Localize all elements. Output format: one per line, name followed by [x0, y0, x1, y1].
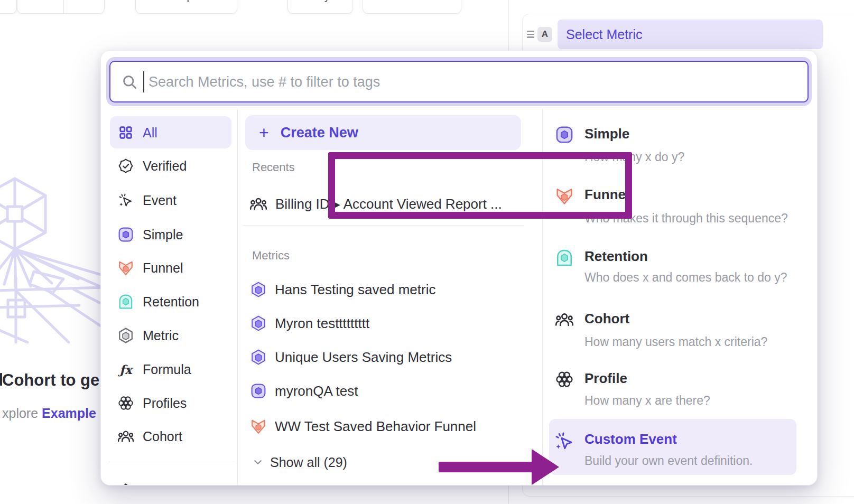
- sidebar-item-retention[interactable]: Retention: [118, 288, 231, 315]
- empty-state-explore-line: xplore Example: [2, 406, 96, 421]
- range-12m-label: 12M: [27, 0, 48, 3]
- cohort-people-icon: [250, 197, 267, 211]
- metrics-section-label: Metrics: [252, 249, 290, 263]
- clipped-label-fragment: [143, 485, 152, 486]
- type-cohort-title[interactable]: Cohort: [584, 311, 629, 327]
- type-retention-description: Who does x and comes back to do y?: [584, 270, 787, 285]
- sidebar-item-event[interactable]: Event: [118, 187, 231, 213]
- sidebar-item-label: Funnel: [143, 260, 183, 276]
- sidebar-item-label: All: [143, 125, 157, 141]
- interval-day-label: Day: [311, 0, 330, 3]
- chevron-down-icon: [253, 458, 263, 467]
- compare-button[interactable]: Compare: [135, 0, 237, 14]
- verified-seal-icon: [118, 158, 134, 173]
- range-ytd-label: YTD: [69, 0, 90, 3]
- empty-state-wireframe-illustration: [0, 174, 106, 343]
- sidebar-item-formula[interactable]: ƒx Formula: [118, 356, 231, 382]
- plus-icon: +: [259, 124, 269, 141]
- sidebar-item-label: Retention: [143, 294, 199, 310]
- sidebar-item-label: Event: [143, 193, 177, 208]
- type-cohort-description: How many users match x criteria?: [584, 335, 767, 349]
- compare-label: Compare: [164, 0, 208, 3]
- show-all-toggle[interactable]: Show all (29): [253, 449, 347, 475]
- metric-picker-modal: All Verified Event: [100, 50, 818, 486]
- formula-fx-icon: ƒx: [118, 362, 134, 377]
- chart-type-line-button[interactable]: Line: [363, 0, 461, 14]
- type-funnel-title[interactable]: Funnel: [584, 186, 629, 203]
- show-all-label: Show all (29): [270, 455, 347, 470]
- simple-metric-icon: [118, 227, 134, 242]
- funnel-icon: [251, 418, 266, 434]
- example-link[interactable]: Example: [42, 406, 96, 421]
- type-profile-description: How many x are there?: [584, 394, 710, 408]
- series-a-badge: A: [537, 27, 552, 42]
- tag-icon: [118, 483, 134, 486]
- sidebar-item-simple[interactable]: Simple: [118, 221, 231, 248]
- metric-hexagon-icon: [251, 349, 266, 365]
- type-funnel-description: Who makes it through this sequence?: [584, 211, 788, 226]
- saved-metric-label: Myron testtttttttt: [275, 315, 369, 332]
- sidebar-section-divider: [109, 462, 236, 462]
- retention-icon: [118, 294, 134, 310]
- list-item-saved-metric[interactable]: myronQA test: [251, 378, 358, 404]
- type-simple-title[interactable]: Simple: [584, 126, 629, 142]
- profiles-flower-icon: [555, 371, 573, 388]
- list-item-saved-metric[interactable]: Myron testtttttttt: [251, 310, 369, 337]
- create-new-label: Create New: [281, 125, 358, 141]
- list-item-saved-metric[interactable]: Unique Users Saving Metrics: [251, 344, 452, 370]
- saved-metric-label: Unique Users Saving Metrics: [275, 349, 452, 366]
- type-simple-description: How many x do y?: [584, 150, 684, 164]
- text-caret: [143, 71, 144, 92]
- toolbar-button-partial[interactable]: [0, 0, 17, 14]
- line-chart-icon: [393, 0, 406, 3]
- list-item-saved-metric[interactable]: Hans Testing saved metric: [251, 276, 435, 303]
- create-new-button[interactable]: + Create New: [245, 115, 521, 150]
- cohort-people-icon: [118, 430, 134, 443]
- metric-hexagon-icon: [251, 282, 266, 297]
- explore-text-fragment: xplore: [2, 406, 38, 421]
- saved-metric-label: myronQA test: [275, 383, 358, 399]
- event-cursor-icon: [118, 193, 134, 207]
- sidebar-item-all[interactable]: All: [118, 119, 231, 146]
- select-metric-label: Select Metric: [566, 27, 642, 42]
- sidebar-item-cohort[interactable]: Cohort: [118, 423, 231, 450]
- saved-metric-label: Hans Testing saved metric: [275, 282, 435, 298]
- range-12m-button[interactable]: 12M: [17, 0, 58, 13]
- type-retention-title[interactable]: Retention: [584, 248, 648, 265]
- sidebar-item-metric[interactable]: Metric: [118, 322, 231, 349]
- sidebar-item-label: Cohort: [143, 429, 182, 444]
- saved-metric-label: WW Test Saved Behavior Funnel: [275, 418, 476, 435]
- sidebar-item-label: Simple: [143, 227, 183, 242]
- sidebar-item-partial[interactable]: [118, 477, 231, 486]
- type-custom-event-description: Build your own event definition.: [584, 454, 753, 468]
- sidebar-item-verified[interactable]: Verified: [118, 153, 231, 179]
- recent-item-billing-id[interactable]: Billing ID ▸ Account Viewed Report ...: [250, 191, 502, 217]
- sidebar-item-funnel[interactable]: Funnel: [118, 255, 231, 281]
- recents-section-label: Recents: [252, 161, 295, 174]
- custom-event-cursor-icon: [555, 432, 573, 450]
- metric-hexagon-icon: [118, 328, 134, 343]
- recents-divider: [243, 225, 524, 226]
- search-field[interactable]: [109, 61, 809, 102]
- sidebar-item-profiles[interactable]: Profiles: [118, 390, 231, 416]
- cohort-people-icon: [555, 312, 573, 328]
- sidebar-column-divider: [237, 109, 238, 485]
- sidebar-item-label: Metric: [143, 328, 179, 343]
- search-icon: [122, 74, 137, 91]
- search-input[interactable]: [147, 62, 800, 102]
- type-custom-event-title[interactable]: Custom Event: [584, 431, 677, 447]
- type-profile-title[interactable]: Profile: [584, 370, 627, 387]
- retention-icon: [555, 249, 573, 267]
- funnel-icon: [555, 187, 573, 205]
- sidebar-item-label: Formula: [143, 362, 191, 377]
- interval-day-button[interactable]: Day: [287, 0, 353, 14]
- range-ytd-button[interactable]: YTD: [63, 0, 105, 13]
- drag-handle-icon[interactable]: [527, 29, 534, 40]
- empty-state-title-fragment: Cohort to ge: [2, 371, 99, 390]
- metric-hexagon-icon: [251, 315, 266, 331]
- date-range-segmented-control: 12M YTD: [17, 0, 105, 14]
- funnel-icon: [118, 260, 134, 276]
- select-metric-button[interactable]: Select Metric: [558, 20, 823, 49]
- list-item-saved-metric[interactable]: WW Test Saved Behavior Funnel: [251, 413, 476, 440]
- grid-icon: [118, 126, 134, 139]
